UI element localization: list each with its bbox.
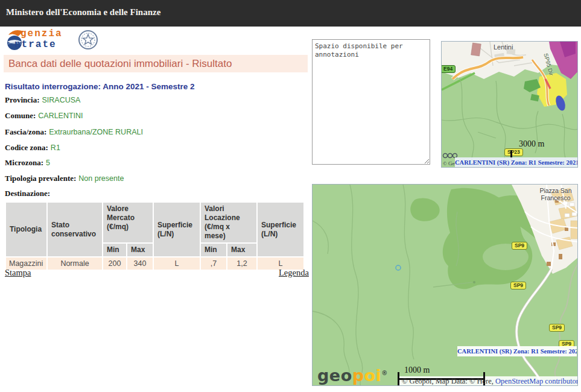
field-label: Comune: — [5, 111, 36, 120]
field-codice-zona: Codice zona:R1 — [5, 143, 60, 153]
road-shield-e94: E94 — [441, 65, 456, 73]
print-link[interactable]: Stampa — [5, 268, 31, 278]
geopoi-logo-p: p — [352, 366, 364, 385]
logo-text-line2: ntrate — [14, 39, 63, 50]
attribution-text: © Geopoi, Map Data: © Here, — [402, 377, 495, 385]
road-shield-sp9: SP9 — [512, 242, 527, 250]
logo-text-line1: genzia — [21, 28, 63, 39]
field-provincia: Provincia:SIRACUSA — [5, 95, 80, 105]
cell-stato: Normale — [48, 258, 102, 270]
road-shield-sp23: SP23 — [504, 148, 523, 156]
col-header-vl-min: Min — [201, 244, 226, 256]
geopoi-logo-oi: oi — [364, 366, 382, 385]
geopoi-logo: geopoi® — [317, 364, 388, 385]
field-comune: Comune:CARLENTINI — [5, 111, 83, 121]
field-label: Destinazione: — [5, 189, 50, 198]
col-header-valori-locazione: Valori Locazione (€/mq x mese) — [201, 203, 256, 242]
col-header-valore-mercato: Valore Mercato (€/mq) — [103, 203, 153, 242]
scale-bar-tick-left — [398, 372, 399, 385]
page: Ministero dell'Economia e delle Finanze … — [0, 0, 581, 392]
field-label: Codice zona: — [5, 143, 48, 152]
field-destinazione: Destinazione: — [5, 189, 52, 198]
col-header-stato: Stato conservativo — [48, 203, 102, 256]
quotations-table: Tipologia Stato conservativo Valore Merc… — [5, 201, 305, 271]
map-attribution: © Geopoi, Map Data: © Here, OpenStreetMa… — [402, 377, 578, 386]
road-shield-sp9: SP9 — [510, 282, 526, 289]
registered-mark: ® — [381, 370, 388, 376]
field-value: CARLENTINI — [36, 112, 83, 120]
col-header-vm-max: Max — [127, 244, 153, 256]
field-value: Extraurbana/ZONE RURALI — [46, 128, 143, 136]
scale-label-bottom-map: 1000 m — [404, 365, 430, 375]
col-header-vm-min: Min — [103, 244, 126, 256]
cell-vm-max: 340 — [127, 258, 153, 270]
map-bottom[interactable]: Piazza San Francesco SP9 SP9 SP9 SP9 CAR… — [312, 184, 578, 386]
field-tipologia-prevalente: Tipologia prevalente:Non presente — [5, 174, 124, 183]
scale-label-top-map: 3000 m — [519, 139, 544, 149]
map-bottom-caption: CARLENTINI (SR) Zona: R1 Semestre: 20212 — [457, 346, 577, 356]
field-value: SIRACUSA — [40, 96, 81, 104]
field-value — [50, 189, 52, 198]
geopoi-logo-geo: geo — [317, 366, 352, 385]
field-label: Tipologia prevalente: — [5, 174, 76, 183]
field-value: Non presente — [76, 174, 124, 183]
page-title-banner: Banca dati delle quotazioni immobiliari … — [4, 55, 308, 72]
cell-vm-min: 200 — [103, 258, 126, 270]
field-fascia-zona: Fascia/zona:Extraurbana/ZONE RURALI — [5, 127, 143, 137]
legend-link[interactable]: Legenda — [279, 268, 309, 278]
road-shield-sp9: SP9 — [549, 324, 565, 332]
field-label: Fascia/zona: — [5, 127, 46, 136]
town-label-lentini: Lentini — [494, 43, 513, 51]
cell-superficie-1: L — [154, 258, 200, 270]
map-top-caption: CARLENTINI (SR) Zona: R1 Semestre: 20212 — [455, 157, 578, 168]
field-value: 5 — [43, 159, 50, 167]
table-row: Magazzini Normale 200 340 L ,7 1,2 L — [6, 258, 303, 270]
map-top[interactable]: Lentini E94 SP95 Dir SP23 3000 m © Geop … — [441, 41, 578, 168]
place-label-piazza-san-francesco: Piazza San Francesco — [535, 187, 577, 201]
col-header-superficie-1: Superficie (L/N) — [154, 203, 200, 256]
col-header-superficie-2: Superficie (L/N) — [258, 203, 303, 256]
field-value: R1 — [48, 144, 60, 152]
field-microzona: Microzona:5 — [5, 158, 50, 168]
openstreetmap-link[interactable]: OpenStreetMap contributors — [495, 377, 578, 385]
col-header-tipologia: Tipologia — [6, 203, 46, 256]
ministry-title: Ministero dell'Economia e delle Finanze — [0, 0, 581, 17]
field-label: Microzona: — [5, 158, 43, 167]
cell-vl-max: 1,2 — [227, 258, 256, 270]
col-header-vl-max: Max — [227, 244, 256, 256]
field-label: Provincia: — [5, 95, 40, 104]
italy-emblem-icon — [77, 28, 99, 51]
cell-vl-min: ,7 — [201, 258, 226, 270]
ministry-bar: Ministero dell'Economia e delle Finanze — [0, 0, 581, 27]
result-heading: Risultato interrogazione: Anno 2021 - Se… — [5, 82, 195, 91]
page-title: Banca dati delle quotazioni immobiliari … — [4, 55, 308, 72]
annotations-textarea[interactable]: Spazio disponibile per annotazioni — [312, 39, 430, 165]
